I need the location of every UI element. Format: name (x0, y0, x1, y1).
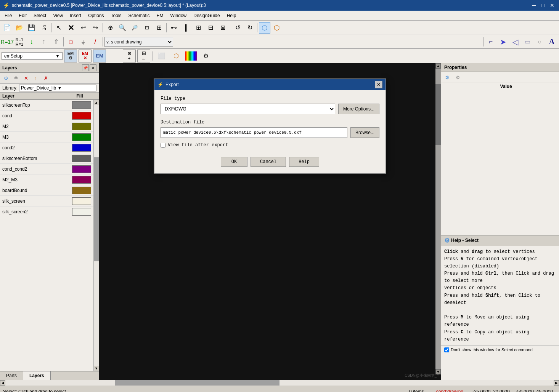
properties-btn2[interactable]: ⚙ (453, 73, 463, 82)
library-dropdown[interactable]: Power_Divice_lib ▼ (19, 85, 96, 91)
line-button[interactable]: ║ (180, 22, 192, 34)
shape-btn2[interactable]: ⏚ (77, 36, 89, 48)
dont-show-checkbox[interactable] (444, 347, 449, 352)
shape-button[interactable]: ⊞ (193, 22, 204, 34)
list-item[interactable]: silk_screen (0, 196, 93, 206)
em-port-btn[interactable]: ⊡+ (123, 50, 136, 62)
draw-btn4[interactable]: ↑ (38, 36, 50, 48)
view3d-button[interactable]: ⬡ (259, 22, 270, 34)
draw-btn3[interactable]: ↓ (26, 36, 37, 48)
draw-btn2[interactable]: R=1R=1 (14, 36, 25, 48)
hscroll-right-btn[interactable]: ▶ (554, 380, 559, 386)
layers-eye-btn[interactable]: 👁 (11, 74, 21, 83)
menu-item-file[interactable]: File (2, 12, 15, 19)
save-button[interactable]: 💾 (26, 22, 37, 34)
browse-button[interactable]: Browse... (350, 127, 379, 138)
list-item[interactable]: M3 (0, 132, 93, 142)
maximize-button[interactable]: □ (539, 2, 547, 9)
menu-item-insert[interactable]: Insert (67, 12, 84, 19)
hscroll-left-btn[interactable]: ◀ (0, 380, 5, 386)
layers-x-btn[interactable]: ✕ (21, 74, 31, 83)
hscroll-thumb[interactable] (115, 380, 280, 386)
menu-item-designguide[interactable]: DesignGuide (190, 12, 223, 19)
em-setup-btn[interactable]: EM⚙ (64, 50, 77, 62)
path-btn1[interactable]: ⌐ (485, 36, 496, 48)
close-button[interactable]: ✕ (548, 2, 556, 9)
list-item[interactable]: cond (0, 110, 93, 121)
menu-item-schematic[interactable]: Schematic (125, 12, 153, 19)
layers-scrollbar[interactable]: ▲ ▼ (93, 100, 99, 371)
open-button[interactable]: 📂 (14, 22, 25, 34)
select-button[interactable]: ↖ (53, 22, 64, 34)
view-after-checkbox[interactable] (161, 143, 165, 148)
zoom-area-button[interactable]: ⊡ (141, 22, 153, 34)
rect-btn[interactable]: ▭ (522, 36, 533, 48)
print-button[interactable]: 🖨 (38, 22, 50, 34)
scroll-thumb[interactable] (94, 157, 99, 262)
list-item[interactable]: silk_screen2 (0, 206, 93, 217)
menu-item-help[interactable]: Help (224, 12, 239, 19)
list-item[interactable]: silkscreenTop (0, 100, 93, 110)
em-colors-btn[interactable] (108, 50, 121, 62)
gradient-btn[interactable] (184, 50, 198, 62)
em-btn3[interactable]: EM (93, 50, 106, 62)
zoom-fit-button[interactable]: ⊞ (153, 22, 165, 34)
undo-button[interactable]: ↩ (77, 22, 89, 34)
em-mesh-btn[interactable]: ⊞← (137, 50, 150, 62)
file-type-select[interactable]: DXF/DWG GDSII Gerber (161, 104, 335, 114)
em-btn2[interactable]: EM✕ (79, 50, 92, 62)
draw-btn1[interactable]: R=17 (2, 36, 13, 48)
shape-btn3[interactable]: / (90, 36, 101, 48)
dialog-close-button[interactable]: ✕ (375, 81, 382, 88)
minimize-button[interactable]: ─ (530, 2, 538, 9)
redo-button[interactable]: ↪ (90, 22, 101, 34)
menu-item-view[interactable]: View (50, 12, 66, 19)
move-button[interactable]: ⊕ (104, 22, 116, 34)
list-item[interactable]: M2_M3 (0, 174, 93, 185)
settings-btn2[interactable]: ⚙ (199, 50, 212, 62)
path-btn3[interactable]: ◁ (509, 36, 521, 48)
menu-item-tools[interactable]: Tools (108, 12, 125, 19)
rotate-left-button[interactable]: ↺ (232, 22, 243, 34)
panel-pin-button[interactable]: 📌 (82, 64, 89, 71)
menu-item-em[interactable]: EM (154, 12, 167, 19)
tool-btn1[interactable]: ⊟ (205, 22, 216, 34)
properties-settings-btn[interactable]: ⚙ (443, 73, 452, 82)
dest-file-input[interactable] (161, 127, 347, 138)
menu-item-select[interactable]: Select (31, 12, 49, 19)
panel-header-buttons[interactable]: 📌 ✕ (82, 64, 96, 71)
list-item[interactable]: cond_cond2 (0, 164, 93, 174)
cut-button[interactable]: ✕ (65, 22, 77, 34)
layers-xmark-btn[interactable]: ✗ (41, 74, 50, 83)
menu-item-options[interactable]: Options (85, 12, 107, 19)
text-btn[interactable]: A (546, 36, 557, 48)
cube-front-btn[interactable]: ⬜ (155, 50, 168, 62)
scroll-down-btn[interactable]: ▼ (94, 366, 99, 371)
window-controls[interactable]: ─ □ ✕ (530, 2, 556, 9)
menu-item-window[interactable]: Window (167, 12, 190, 19)
view-button2[interactable]: ⬡ (271, 22, 283, 34)
tool-btn2[interactable]: ⊠ (217, 22, 228, 34)
scroll-up-btn[interactable]: ▲ (94, 100, 99, 105)
layers-up-btn[interactable]: ↑ (31, 74, 40, 83)
layer-dropdown[interactable]: v, s cond:drawing (104, 37, 173, 47)
new-button[interactable]: 📄 (2, 22, 13, 34)
circle-btn[interactable]: ○ (534, 36, 545, 48)
list-item[interactable]: silkscreenBottom (0, 153, 93, 164)
tab-layers[interactable]: Layers (23, 371, 51, 380)
canvas-area[interactable]: ▲ ▼ ⚡ Export ✕ File type DXF/D (99, 63, 441, 380)
emsetup-dropdown[interactable]: emSetup ▼ (2, 52, 63, 60)
rotate-right-button[interactable]: ↻ (244, 22, 255, 34)
cancel-button[interactable]: Cancel (251, 157, 286, 167)
draw-btn5[interactable]: ⇑ (50, 36, 62, 48)
zoom-out-button[interactable]: 🔎 (129, 22, 140, 34)
cube-3d-btn[interactable]: ⬡ (170, 50, 183, 62)
snap-button[interactable]: ⊷ (168, 22, 180, 34)
menu-item-edit[interactable]: Edit (16, 12, 30, 19)
tab-parts[interactable]: Parts (0, 371, 23, 380)
zoom-in-button[interactable]: 🔍 (117, 22, 128, 34)
list-item[interactable]: boardBound (0, 185, 93, 196)
more-options-button[interactable]: More Options... (338, 104, 379, 114)
list-item[interactable]: M2 (0, 121, 93, 132)
shape-btn1[interactable]: ⬡ (65, 36, 77, 48)
